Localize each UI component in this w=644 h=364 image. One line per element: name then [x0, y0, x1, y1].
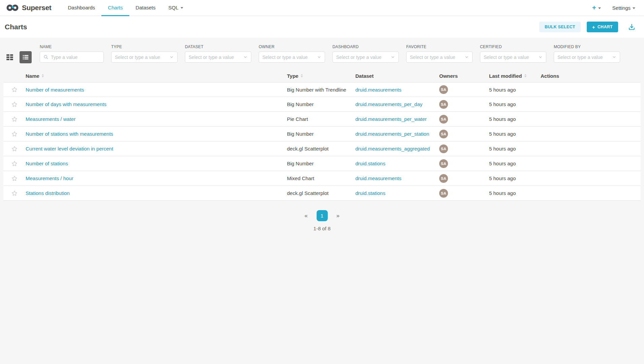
- chevron-down-icon: [612, 55, 616, 59]
- favorite-star-icon[interactable]: [11, 116, 18, 123]
- chart-name-link[interactable]: Number of days with measurements: [26, 101, 106, 107]
- chart-name-cell: Measurements / hour: [26, 175, 287, 181]
- filter-type-select[interactable]: Select or type a value: [111, 52, 178, 63]
- bulk-select-button[interactable]: BULK SELECT: [539, 22, 581, 32]
- owner-avatar[interactable]: SA: [439, 144, 448, 153]
- owners-cell: SA: [439, 100, 489, 109]
- nav-item-label: Datasets: [136, 5, 156, 10]
- favorite-cell: [3, 131, 26, 137]
- filter-owner-select[interactable]: Select or type a value: [259, 52, 325, 63]
- owner-avatar[interactable]: SA: [439, 189, 448, 198]
- new-item-dropdown[interactable]: +: [592, 4, 601, 11]
- settings-label: Settings: [612, 5, 631, 11]
- owner-avatar[interactable]: SA: [439, 85, 448, 94]
- dataset-link[interactable]: druid.measurements_aggregated: [355, 146, 430, 152]
- favorite-cell: [3, 145, 26, 152]
- owner-avatar[interactable]: SA: [439, 115, 448, 124]
- import-charts-icon[interactable]: [627, 23, 636, 31]
- search-icon: [43, 55, 49, 60]
- dataset-link[interactable]: druid.measurements_per_station: [355, 131, 429, 137]
- column-header-last-modified[interactable]: Last modified: [489, 73, 541, 79]
- column-header-actions: Actions: [541, 73, 641, 79]
- dataset-cell: druid.measurements_aggregated: [355, 146, 439, 152]
- column-header-label: Name: [26, 73, 39, 79]
- nav-item-dashboards[interactable]: Dashboards: [61, 0, 101, 16]
- owner-avatar[interactable]: SA: [439, 174, 448, 183]
- pagination-page-1[interactable]: 1: [317, 210, 328, 221]
- dataset-link[interactable]: druid.stations: [355, 161, 385, 166]
- dataset-link[interactable]: druid.measurements: [355, 175, 401, 181]
- table-row: Stations distributiondeck.gl Scatterplot…: [3, 186, 641, 201]
- chart-name-link[interactable]: Number of stations with measurements: [26, 131, 113, 137]
- owner-avatar[interactable]: SA: [439, 159, 448, 168]
- settings-dropdown[interactable]: Settings: [612, 5, 635, 11]
- caret-down-icon: [181, 7, 183, 9]
- filter-label: DATASET: [185, 44, 251, 49]
- column-header-label: Type: [287, 73, 298, 79]
- select-placeholder: Select or type a value: [115, 55, 169, 60]
- column-header-label: Owners: [439, 73, 458, 79]
- card-view-toggle[interactable]: [5, 52, 15, 62]
- chart-type: deck.gl Scatterplot: [287, 190, 355, 196]
- column-header-label: Last modified: [489, 73, 522, 79]
- chevron-down-icon: [317, 55, 321, 59]
- dataset-link[interactable]: druid.measurements_per_day: [355, 101, 422, 107]
- filter-field-dashboard: DASHBOARDSelect or type a value: [332, 44, 399, 63]
- column-header-type[interactable]: Type: [287, 73, 355, 79]
- filter-dashboard-select[interactable]: Select or type a value: [332, 52, 399, 63]
- select-placeholder: Select or type a value: [189, 55, 243, 60]
- nav-item-charts[interactable]: Charts: [101, 0, 129, 16]
- favorite-cell: [3, 175, 26, 182]
- favorite-star-icon[interactable]: [11, 101, 18, 108]
- filter-name-input[interactable]: [40, 52, 104, 63]
- filter-label: NAME: [40, 44, 104, 49]
- last-modified: 5 hours ago: [489, 161, 541, 166]
- chart-name-cell: Number of measurements: [26, 87, 287, 93]
- new-chart-button[interactable]: + CHART: [587, 22, 618, 32]
- owner-avatar[interactable]: SA: [439, 130, 448, 138]
- pagination-next[interactable]: »: [336, 212, 340, 219]
- filter-name-text-input[interactable]: [51, 55, 100, 60]
- pagination: « 1 »: [0, 210, 644, 221]
- favorite-star-icon[interactable]: [11, 145, 18, 152]
- chart-name-cell: Number of stations with measurements: [26, 131, 287, 137]
- select-placeholder: Select or type a value: [410, 55, 464, 60]
- favorite-star-icon[interactable]: [11, 131, 18, 137]
- chart-name-link[interactable]: Number of measurements: [26, 87, 84, 93]
- filter-bar-filters: NAMETYPESelect or type a valueDATASETSel…: [40, 44, 620, 63]
- favorite-star-icon[interactable]: [11, 175, 18, 182]
- dataset-link[interactable]: druid.measurements: [355, 87, 401, 93]
- favorite-star-icon[interactable]: [11, 190, 18, 197]
- dataset-link[interactable]: druid.stations: [355, 190, 385, 196]
- favorite-star-icon[interactable]: [11, 86, 18, 93]
- filter-dataset-select[interactable]: Select or type a value: [185, 52, 251, 63]
- nav-item-sql[interactable]: SQL: [162, 0, 190, 16]
- chart-name-link[interactable]: Measurements / hour: [26, 175, 73, 181]
- list-view-toggle[interactable]: [20, 51, 32, 63]
- owners-cell: SA: [439, 115, 489, 124]
- chart-name-link[interactable]: Current water level deviation in percent: [26, 146, 113, 152]
- nav-item-datasets[interactable]: Datasets: [129, 0, 162, 16]
- last-modified: 5 hours ago: [489, 116, 541, 122]
- filter-modified-by-select[interactable]: Select or type a value: [554, 52, 620, 63]
- table-row: Number of stationsBig Numberdruid.statio…: [3, 156, 641, 171]
- page-title: Charts: [5, 23, 27, 31]
- column-header-name[interactable]: Name: [26, 73, 287, 79]
- owner-avatar[interactable]: SA: [439, 100, 448, 109]
- chart-name-cell: Number of days with measurements: [26, 101, 287, 107]
- table-row: Number of measurementsBig Number with Tr…: [3, 82, 641, 97]
- charts-table: NameTypeDatasetOwnersLast modifiedAction…: [0, 69, 644, 201]
- filter-favorite-select[interactable]: Select or type a value: [406, 52, 473, 63]
- superset-logo[interactable]: Superset: [0, 0, 53, 15]
- plus-icon: +: [592, 25, 595, 30]
- chart-name-link[interactable]: Stations distribution: [26, 190, 70, 196]
- table-header-row: NameTypeDatasetOwnersLast modifiedAction…: [3, 69, 641, 82]
- pagination-prev[interactable]: «: [304, 212, 308, 219]
- dataset-link[interactable]: druid.measurements_per_water: [355, 116, 427, 122]
- favorite-star-icon[interactable]: [11, 160, 18, 167]
- chart-name-link[interactable]: Number of stations: [26, 161, 68, 166]
- chart-type: deck.gl Scatterplot: [287, 146, 355, 152]
- filter-certified-select[interactable]: Select or type a value: [480, 52, 546, 63]
- chart-name-link[interactable]: Measurements / water: [26, 116, 75, 122]
- chevron-down-icon: [464, 55, 469, 59]
